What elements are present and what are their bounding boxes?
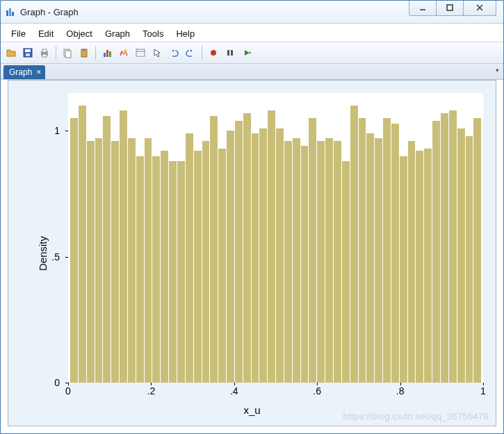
histogram-bar <box>177 161 185 383</box>
histogram-bar <box>424 149 432 383</box>
svg-rect-25 <box>231 50 233 56</box>
svg-rect-20 <box>136 49 145 56</box>
x-tick-label: .2 <box>147 385 156 397</box>
play-icon[interactable] <box>239 45 254 60</box>
bar-chart-icon[interactable] <box>99 45 115 60</box>
x-tick-mark <box>68 383 69 385</box>
histogram-bar <box>194 151 202 383</box>
undo-icon[interactable] <box>166 45 181 60</box>
chart-area: Density x_u 0.51 0.2.4.6.81 https://blog… <box>8 80 496 426</box>
pointer-icon[interactable] <box>149 45 165 60</box>
window-title: Graph - Graph <box>20 7 79 17</box>
window-controls <box>409 0 496 16</box>
menu-object[interactable]: Object <box>60 27 99 40</box>
histogram-bar <box>128 138 136 383</box>
save-icon[interactable] <box>20 45 35 60</box>
redo-icon[interactable] <box>183 45 198 60</box>
histogram-bar <box>449 110 457 383</box>
histogram-bar <box>161 151 168 383</box>
menu-edit[interactable]: Edit <box>32 27 60 40</box>
toolbar <box>1 42 503 64</box>
app-icon <box>5 6 16 17</box>
histogram-bar <box>375 138 382 383</box>
x-tick-label: .8 <box>396 385 405 397</box>
print-icon[interactable] <box>37 45 52 60</box>
histogram-bar <box>259 128 267 383</box>
menu-tools[interactable]: Tools <box>136 27 170 40</box>
record-icon[interactable] <box>206 45 221 60</box>
histogram-bar <box>432 121 440 383</box>
pause-icon[interactable] <box>222 45 238 60</box>
histogram-bar <box>268 110 275 383</box>
edit-graph-icon[interactable] <box>116 45 131 60</box>
histogram-bar <box>359 118 366 383</box>
histogram-bar <box>383 118 391 383</box>
toolbar-separator <box>56 46 56 60</box>
tab-graph[interactable]: Graph × <box>3 65 45 79</box>
histogram-bar <box>473 118 481 383</box>
histogram-bar <box>169 161 177 383</box>
menu-graph[interactable]: Graph <box>99 27 136 40</box>
histogram-bar <box>400 156 407 383</box>
menu-file[interactable]: File <box>5 27 32 40</box>
x-tick-label: 0 <box>65 385 71 397</box>
svg-rect-24 <box>227 50 229 56</box>
paste-icon[interactable] <box>76 45 92 60</box>
svg-point-23 <box>211 50 216 56</box>
tab-close-icon[interactable]: × <box>36 68 41 76</box>
histogram-bar <box>218 149 226 383</box>
x-tick-mark <box>151 383 152 385</box>
histogram-bar <box>145 138 152 383</box>
open-icon[interactable] <box>3 45 19 60</box>
x-tick-mark <box>234 383 235 385</box>
histogram-bar <box>103 116 111 383</box>
copy-icon[interactable] <box>60 45 75 60</box>
histogram-bar <box>342 161 350 383</box>
minimize-button[interactable] <box>409 0 437 16</box>
x-tick-label: .6 <box>313 385 321 397</box>
maximize-button[interactable] <box>436 0 464 16</box>
histogram-bar <box>95 138 103 383</box>
histogram-bar <box>325 138 333 383</box>
x-tick-mark <box>317 383 318 385</box>
y-axis-label: Density <box>37 235 49 270</box>
x-tick-mark <box>400 383 401 385</box>
histogram-bar <box>243 113 251 383</box>
histogram-bar <box>136 156 144 383</box>
svg-rect-12 <box>42 54 47 57</box>
menu-help[interactable]: Help <box>170 27 201 40</box>
x-axis-label: x_u <box>243 404 260 416</box>
histogram-bar <box>416 151 423 383</box>
svg-rect-0 <box>6 10 8 16</box>
tab-overflow-icon[interactable]: ▾ <box>496 67 499 74</box>
histogram-bar <box>309 118 316 383</box>
svg-rect-9 <box>26 53 30 56</box>
plot-region <box>68 93 483 383</box>
histogram-bar <box>70 118 78 383</box>
histogram-bar <box>87 141 95 383</box>
watermark-text: https://blog.csdn.net/qq_36756476 <box>343 411 489 422</box>
svg-rect-16 <box>83 49 86 51</box>
histogram-bar <box>79 106 86 383</box>
properties-icon[interactable] <box>133 45 148 60</box>
toolbar-separator <box>95 46 96 60</box>
svg-rect-1 <box>9 8 11 16</box>
histogram-bar <box>366 133 374 383</box>
x-tick-label: .4 <box>230 385 238 397</box>
svg-rect-2 <box>12 12 14 16</box>
close-button[interactable] <box>463 0 496 16</box>
svg-rect-11 <box>42 49 47 52</box>
histogram-bar <box>301 146 309 383</box>
x-tick-label: 1 <box>480 385 486 397</box>
histogram-bar <box>227 131 234 383</box>
histogram-bar <box>350 106 358 383</box>
histogram-bar <box>252 133 259 383</box>
x-tick-mark <box>483 383 484 385</box>
histogram-bar <box>408 141 416 383</box>
svg-rect-8 <box>25 49 31 52</box>
histogram-bar <box>276 128 284 383</box>
histogram-bar <box>391 124 399 383</box>
histogram-bar <box>284 141 292 383</box>
svg-rect-14 <box>65 51 71 58</box>
histogram-bar <box>457 128 465 383</box>
